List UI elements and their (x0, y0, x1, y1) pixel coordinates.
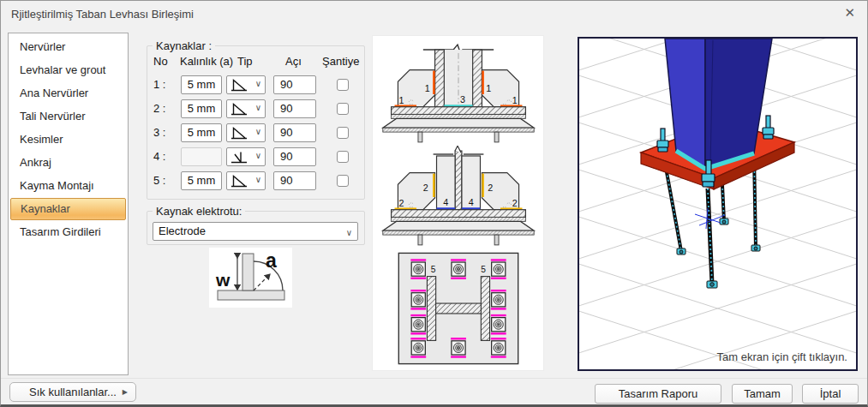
site-checkbox[interactable] (337, 127, 349, 139)
sidebar-item-ankraj[interactable]: Ankraj (10, 152, 126, 174)
design-report-button[interactable]: Tasarım Raporu (595, 384, 721, 404)
row-number: 3 : (153, 126, 165, 139)
col-header-no: No (153, 55, 168, 68)
site-checkbox[interactable] (337, 79, 349, 91)
weld-label-4-left: 4 (443, 197, 448, 207)
weld-label-1-left: 1 (425, 83, 430, 93)
drawing-flange-view: 1 1 1 1 3 (374, 43, 542, 146)
weld-label-5-right: 5 (481, 265, 486, 274)
row-number: 1 : (153, 78, 165, 91)
site-checkbox[interactable] (337, 103, 349, 115)
row-number: 2 : (153, 102, 165, 115)
angle-field[interactable]: 90 (273, 171, 316, 190)
weld-label-2-bottom-left: 2 (398, 198, 404, 208)
favorites-button-label: Sık kullanılanlar... (29, 386, 117, 398)
weld-legend-image: w a (209, 248, 292, 308)
site-checkbox[interactable] (337, 151, 349, 163)
weld-label-5-left: 5 (431, 265, 436, 274)
ok-button[interactable]: Tamam (732, 384, 793, 404)
title-bar: Rjitleştirilmiş Taban Levhası Birleşimi … (1, 1, 867, 27)
weld-label-2-bottom-right: 2 (512, 198, 518, 208)
thickness-field (181, 147, 222, 166)
arrow-right-icon: ▶ (123, 383, 128, 401)
chevron-down-icon: ∨ (255, 79, 261, 88)
sidebar-item-tali-nervurler[interactable]: Tali Nervürler (10, 105, 126, 128)
weld-label-1-bottom-left: 1 (398, 95, 404, 105)
chevron-down-icon: ∨ (346, 224, 352, 242)
fullscreen-hint: Tam ekran için çift tıklayın. (717, 350, 847, 363)
weld-row: 3 : 5 mm ∨ 90 (147, 123, 364, 142)
electrode-selected-value: Electrode (159, 224, 206, 237)
fillet-weld-icon (230, 173, 248, 189)
welds-group-title: Kaynaklar : (153, 39, 215, 52)
sidebar-item-nervurler[interactable]: Nervürler (10, 36, 126, 58)
sidebar: Nervürler Levhalar ve grout Ana Nervürle… (8, 33, 129, 375)
angle-field[interactable]: 90 (273, 99, 316, 118)
close-button[interactable]: ✕ (844, 5, 855, 21)
col-header-thickness: Kalınlık (a) (180, 55, 233, 68)
weld-label-1-bottom-right: 1 (512, 95, 518, 105)
angle-field[interactable]: 90 (273, 147, 316, 166)
site-checkbox[interactable] (337, 175, 349, 187)
sidebar-item-levhalar-ve-grout[interactable]: Levhalar ve grout (10, 59, 126, 81)
weld-label-3: 3 (460, 94, 465, 105)
weld-label-4-right: 4 (469, 197, 474, 207)
fillet-weld-icon (230, 77, 248, 93)
weld-label-1-right: 1 (486, 83, 491, 93)
drawing-web-view: 2 2 2 2 4 4 (374, 146, 542, 248)
weld-type-dropdown[interactable]: ∨ (226, 99, 266, 118)
thickness-field[interactable]: 5 mm (181, 75, 222, 94)
col-header-angle: Açı (285, 55, 302, 68)
chevron-down-icon: ∨ (255, 103, 261, 112)
chevron-down-icon: ∨ (255, 175, 261, 184)
sidebar-item-kaynaklar[interactable]: Kaynaklar (10, 198, 126, 220)
weld-row: 2 : 5 mm ∨ 90 (147, 99, 364, 118)
electrode-group-title: Kaynak elektrotu: (153, 205, 245, 218)
thickness-field[interactable]: 5 mm (181, 171, 222, 190)
weld-label-2-right: 2 (488, 183, 493, 193)
weld-type-dropdown[interactable]: ∨ (226, 147, 266, 166)
chevron-down-icon: ∨ (255, 127, 261, 136)
welds-groupbox: Kaynaklar : No Kalınlık (a) Tip Açı Şant… (147, 45, 365, 200)
sidebar-item-tasarim-girdileri[interactable]: Tasarım Girdileri (10, 221, 126, 243)
weld-width-label: w (215, 270, 230, 290)
weld-row: 5 : 5 mm ∨ 90 (147, 171, 364, 190)
weld-legend-drawing: w a (209, 248, 292, 308)
weld-row: 1 : 5 mm ∨ 90 (147, 75, 364, 94)
close-icon: ✕ (844, 5, 855, 20)
weld-thickness-label: a (266, 249, 277, 272)
weld-label-2-left: 2 (423, 183, 428, 193)
sidebar-item-ana-nervurler[interactable]: Ana Nervürler (10, 82, 126, 105)
electrode-select[interactable]: Electrode ∨ (153, 222, 358, 241)
thickness-field[interactable]: 5 mm (181, 123, 222, 142)
weld-type-dropdown[interactable]: ∨ (226, 171, 266, 190)
fillet-weld-icon (230, 101, 248, 117)
thickness-field[interactable]: 5 mm (181, 99, 222, 118)
bevel-weld-icon (230, 149, 248, 165)
sidebar-item-kesimler[interactable]: Kesimler (10, 129, 126, 151)
weld-type-dropdown[interactable]: ∨ (226, 75, 266, 94)
weld-row: 4 : ∨ 90 (147, 147, 364, 166)
base-plate-connection-dialog: Rjitleştirilmiş Taban Levhası Birleşimi … (0, 0, 868, 407)
drawing-plan-view: 5 5 (386, 250, 531, 367)
col-header-site: Şantiye (322, 55, 359, 68)
row-number: 5 : (153, 174, 165, 187)
fillet-weld-icon (230, 125, 248, 141)
row-number: 4 : (153, 150, 165, 163)
weld-location-drawings-panel: 1 1 1 1 3 (372, 35, 544, 371)
cancel-button[interactable]: İptal (802, 384, 859, 404)
favorites-button[interactable]: Sık kullanılanlar... ▶ (9, 382, 136, 402)
window-title: Rjitleştirilmiş Taban Levhası Birleşimi (11, 8, 194, 21)
angle-field[interactable]: 90 (273, 123, 316, 142)
chevron-down-icon: ∨ (255, 151, 261, 160)
sidebar-item-kayma-montaji[interactable]: Kayma Montajı (10, 175, 126, 197)
weld-type-dropdown[interactable]: ∨ (226, 123, 266, 142)
angle-field[interactable]: 90 (273, 75, 316, 94)
footer-bar: Sık kullanılanlar... ▶ Tasarım Raporu Ta… (1, 378, 867, 406)
electrode-groupbox: Kaynak elektrotu: Electrode ∨ (147, 211, 365, 245)
col-header-type: Tip (237, 55, 253, 68)
viewer-3d[interactable]: Tam ekran için çift tıklayın. (578, 37, 858, 371)
viewer-3d-rendering (579, 39, 856, 369)
